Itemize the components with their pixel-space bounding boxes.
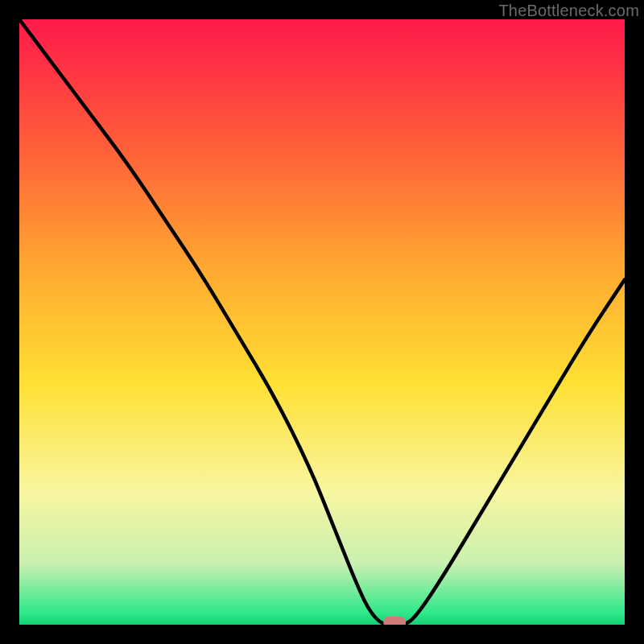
bottleneck-chart — [19, 19, 625, 625]
watermark-text: TheBottleneck.com — [498, 2, 639, 20]
optimal-point-marker — [383, 617, 406, 625]
gradient-background — [19, 19, 625, 625]
plot-area — [19, 19, 625, 625]
chart-frame: TheBottleneck.com — [0, 0, 644, 644]
